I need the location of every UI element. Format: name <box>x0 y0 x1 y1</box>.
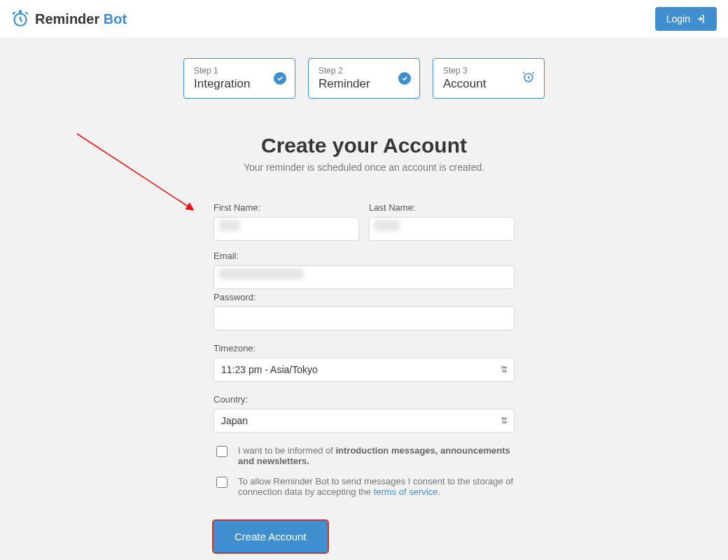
step-title: Reminder <box>318 77 410 91</box>
tos-link[interactable]: terms of service <box>374 486 438 497</box>
timezone-select[interactable]: 11:23 pm - Asia/Tokyo <box>214 358 514 382</box>
brand-name-2: Bot <box>104 11 127 27</box>
chevron-updown-icon: ⇅ <box>500 365 507 374</box>
check-icon <box>398 72 411 85</box>
login-arrow-icon <box>696 14 706 24</box>
redacted-value <box>219 220 240 231</box>
step-label: Step 2 <box>318 66 410 76</box>
page-title: Create your Account <box>154 134 574 158</box>
step-account[interactable]: Step 3 Account <box>433 58 545 99</box>
newsletter-consent[interactable]: I want to be informed of introduction me… <box>214 445 514 466</box>
password-label: Password: <box>214 292 514 302</box>
page-subtitle: Your reminder is scheduled once an accou… <box>154 162 574 173</box>
step-reminder[interactable]: Step 2 Reminder <box>308 58 420 99</box>
brand-name-1: Reminder <box>35 11 99 27</box>
create-account-button[interactable]: Create Account <box>214 521 328 552</box>
step-title: Integration <box>194 77 285 91</box>
step-label: Step 3 <box>443 66 534 76</box>
tos-checkbox[interactable] <box>216 477 227 488</box>
signup-form: First Name: Last Name: Email: Password: … <box>214 202 514 552</box>
step-integration[interactable]: Step 1 Integration <box>183 58 295 99</box>
svg-point-1 <box>20 10 22 13</box>
timezone-label: Timezone: <box>214 343 514 354</box>
login-label: Login <box>666 13 690 24</box>
check-icon <box>274 72 286 85</box>
redacted-value <box>374 220 400 231</box>
country-label: Country: <box>214 394 514 405</box>
email-label: Email: <box>214 251 514 261</box>
chevron-updown-icon: ⇅ <box>500 416 507 426</box>
step-title: Account <box>443 77 534 91</box>
step-label: Step 1 <box>194 66 285 76</box>
tos-consent[interactable]: To allow Reminder Bot to send messages I… <box>214 476 514 497</box>
alarm-clock-icon <box>11 10 29 28</box>
first-name-label: First Name: <box>214 202 359 213</box>
redacted-value <box>219 268 303 279</box>
header: Reminder Bot Login <box>0 0 728 38</box>
newsletter-text: I want to be informed of introduction me… <box>238 445 514 466</box>
last-name-label: Last Name: <box>369 202 514 213</box>
login-button[interactable]: Login <box>655 7 717 31</box>
step-indicator: Step 1 Integration Step 2 Reminder Step … <box>0 58 728 99</box>
brand-logo[interactable]: Reminder Bot <box>11 10 127 28</box>
password-input[interactable] <box>214 307 514 330</box>
country-select[interactable]: Japan <box>214 409 514 433</box>
tos-text: To allow Reminder Bot to send messages I… <box>238 476 514 497</box>
clock-icon <box>522 70 536 87</box>
newsletter-checkbox[interactable] <box>216 446 227 457</box>
